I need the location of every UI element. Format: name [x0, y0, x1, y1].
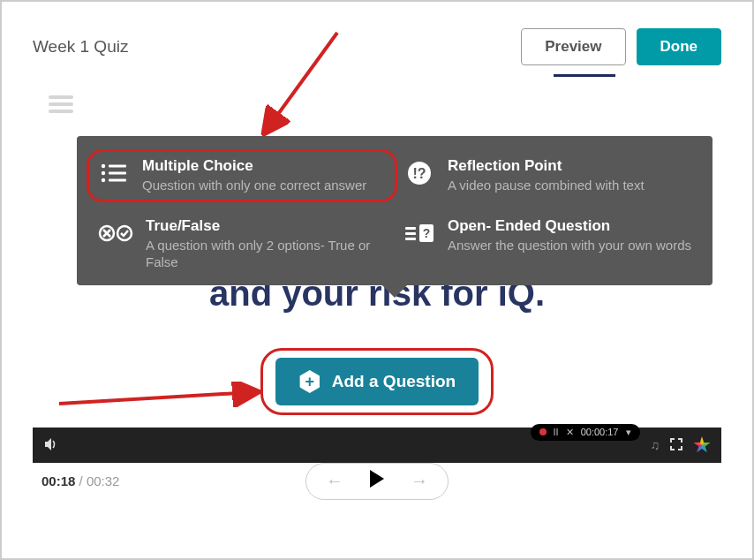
add-question-label: Add a Question [332, 372, 456, 391]
option-title: Multiple Choice [142, 157, 366, 175]
option-desc: Answer the question with your own words [448, 237, 691, 254]
video-area: Tell us a little bit about yourself and … [33, 83, 721, 463]
time-display: 00:18 / 00:32 [41, 473, 119, 488]
volume-icon[interactable] [43, 436, 59, 455]
option-multiple-choice[interactable]: Multiple Choice Question with only one c… [87, 149, 397, 202]
current-time: 00:18 [41, 473, 75, 488]
svg-point-1 [102, 171, 105, 175]
option-desc: A question with only 2 options- True or … [146, 237, 386, 271]
plus-icon: + [298, 370, 321, 393]
video-control-bar: II ✕ 00:00:17 ▾ ♫ [33, 428, 721, 463]
add-question-highlight: + Add a Question [260, 348, 494, 415]
option-title: Open- Ended Question [448, 217, 691, 235]
svg-point-0 [102, 164, 105, 168]
question-type-menu: Multiple Choice Question with only one c… [77, 136, 713, 285]
svg-point-2 [102, 178, 105, 182]
done-button[interactable]: Done [637, 28, 722, 65]
next-button[interactable]: → [411, 471, 428, 491]
svg-text:!?: !? [412, 166, 426, 181]
svg-rect-3 [109, 165, 126, 168]
svg-rect-5 [109, 179, 126, 182]
option-true-false[interactable]: True/False A question with only 2 option… [98, 217, 386, 271]
recording-indicator: II ✕ 00:00:17 ▾ [531, 424, 640, 441]
total-time: 00:32 [87, 473, 120, 488]
prev-button[interactable]: ← [326, 471, 343, 491]
playback-row: 00:18 / 00:32 ← → [33, 463, 721, 488]
list-icon [98, 157, 130, 189]
preview-button[interactable]: Preview [521, 28, 625, 65]
option-title: Reflection Point [448, 157, 645, 175]
playback-controls: ← → [305, 463, 449, 500]
option-desc: Question with only one correct answer [142, 177, 366, 194]
open-ended-icon: ? [403, 217, 435, 249]
option-reflection-point[interactable]: !? Reflection Point A video pause combin… [403, 157, 691, 194]
menu-icon[interactable] [49, 92, 73, 117]
option-title: True/False [146, 217, 386, 235]
svg-rect-10 [405, 227, 416, 230]
svg-rect-4 [109, 172, 126, 175]
record-dot-icon [539, 428, 547, 435]
play-button[interactable] [368, 469, 386, 494]
pause-think-icon: !? [403, 157, 435, 189]
svg-text:?: ? [423, 226, 431, 240]
fullscreen-icon[interactable] [670, 438, 682, 453]
recording-time: 00:00:17 [581, 427, 619, 437]
kaltura-logo-icon[interactable] [693, 436, 711, 454]
music-note-icon[interactable]: ♫ [651, 438, 660, 452]
tab-underline [554, 74, 615, 77]
true-false-icon [98, 217, 133, 249]
header: Week 1 Quiz Preview Done [33, 28, 721, 65]
svg-rect-11 [405, 232, 416, 235]
svg-rect-12 [405, 238, 416, 240]
option-open-ended[interactable]: ? Open- Ended Question Answer the questi… [403, 217, 691, 271]
page-title: Week 1 Quiz [33, 37, 128, 57]
option-desc: A video pause combined with text [448, 177, 645, 194]
add-question-button[interactable]: + Add a Question [275, 358, 479, 405]
